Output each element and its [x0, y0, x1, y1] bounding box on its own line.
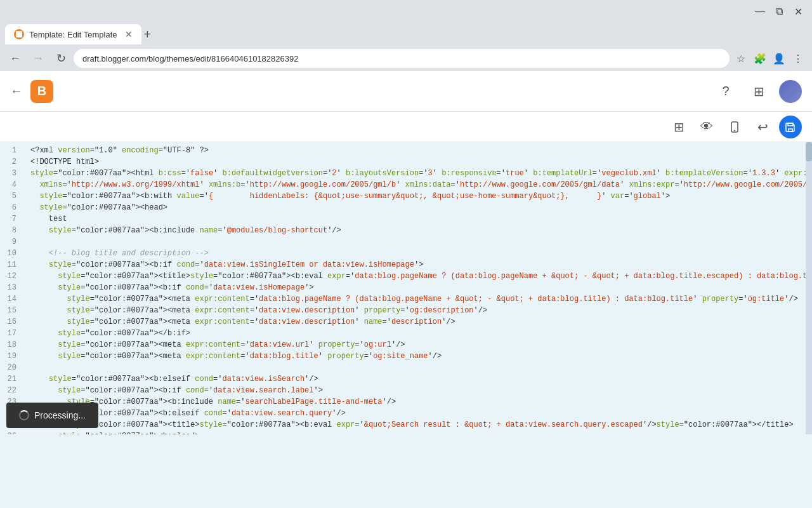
- nav-actions: ☆ 🧩 👤 ⋮: [732, 50, 807, 67]
- code-line: style="color:#0077aa"><meta expr:content…: [30, 293, 812, 305]
- line-number: 2: [6, 156, 24, 168]
- code-line: style="color:#0077aa"><b:with value='{ h…: [30, 190, 812, 202]
- mobile-preview-button[interactable]: [723, 116, 746, 138]
- line-number: 6: [6, 202, 24, 213]
- line-number: 13: [6, 282, 24, 293]
- line-number: 20: [6, 362, 24, 373]
- address-bar[interactable]: draft.blogger.com/blog/themes/edit/81664…: [74, 49, 730, 68]
- browser-window: — ⧉ ✕ Template: Edit Template ✕ + ← → ↻ …: [0, 0, 812, 71]
- line-number: 12: [6, 271, 24, 282]
- code-line: style="color:#0077aa"></b:if>: [30, 328, 812, 339]
- blogger-logo-text: B: [37, 84, 46, 98]
- processing-toast: Processing...: [6, 403, 98, 428]
- blogger-app: ← B ? ⊞ ⊞ 👁 ↩: [0, 71, 812, 434]
- code-line: style="color:#0077aa"><meta expr:content…: [30, 305, 812, 316]
- back-button[interactable]: ←: [5, 48, 25, 69]
- tab-close-button[interactable]: ✕: [125, 29, 133, 39]
- profile-button[interactable]: 👤: [770, 50, 788, 67]
- code-line: style="color:#0077aa"><meta expr:content…: [30, 351, 812, 362]
- extensions-button[interactable]: 🧩: [751, 50, 769, 67]
- editor-toolbar: ⊞ 👁 ↩: [0, 112, 812, 142]
- grid-view-button[interactable]: ⊞: [667, 116, 690, 138]
- code-line: style="color:#0077aa"><b:else/>: [30, 431, 812, 434]
- line-number: 26: [6, 431, 24, 434]
- code-line: style="color:#0077aa"><b:if cond='data:v…: [30, 385, 812, 396]
- nav-bar: ← → ↻ draft.blogger.com/blog/themes/edit…: [0, 46, 812, 71]
- vertical-scrollbar[interactable]: [806, 142, 812, 434]
- tab-favicon-inner: [16, 31, 22, 37]
- tab-bar: Template: Edit Template ✕ +: [0, 23, 812, 46]
- menu-button[interactable]: ⋮: [789, 50, 807, 67]
- code-content-column[interactable]: <?xml version="1.0" encoding="UTF-8" ?><…: [30, 145, 812, 432]
- line-number: 5: [6, 190, 24, 202]
- scrollbar-thumb[interactable]: [806, 142, 812, 161]
- line-number: 9: [6, 236, 24, 248]
- user-avatar[interactable]: [779, 80, 802, 103]
- line-number: 7: [6, 213, 24, 225]
- code-line: style="color:#0077aa"><head>: [30, 202, 812, 213]
- processing-label: Processing...: [34, 410, 86, 420]
- editor-wrapper: 1234567891011121314151617181920212223242…: [0, 142, 812, 434]
- new-tab-button[interactable]: +: [144, 27, 152, 42]
- code-line: style="color:#0077aa"><b:include name='@…: [30, 225, 812, 236]
- code-line: style="color:#0077aa"><b:if cond='data:v…: [30, 282, 812, 293]
- line-number: 10: [6, 248, 24, 259]
- line-number: 19: [6, 351, 24, 362]
- line-number: 1: [6, 145, 24, 156]
- svg-point-1: [734, 130, 735, 131]
- code-line: style="color:#0077aa"><b:elseif cond='da…: [30, 373, 812, 385]
- code-line: xmlns='http://www.w3.org/1999/xhtml' xml…: [30, 179, 812, 190]
- svg-rect-3: [788, 123, 793, 126]
- tab-title: Template: Edit Template: [29, 30, 117, 39]
- code-line: style="color:#0077aa"><b:if cond='data:v…: [30, 259, 812, 271]
- line-number: 16: [6, 316, 24, 328]
- restore-button[interactable]: ⧉: [770, 3, 788, 20]
- line-number: 4: [6, 179, 24, 190]
- blogger-back-button[interactable]: ←: [10, 84, 23, 98]
- close-button[interactable]: ✕: [789, 3, 807, 20]
- save-button[interactable]: [779, 116, 802, 138]
- code-line: style="color:#0077aa"><title>style="colo…: [30, 419, 812, 431]
- blogger-header: ← B ? ⊞: [0, 71, 812, 112]
- line-number: 8: [6, 225, 24, 236]
- line-number: 21: [6, 373, 24, 385]
- code-line: style="color:#0077aa"><title>style="colo…: [30, 271, 812, 282]
- code-line: test: [30, 213, 812, 225]
- line-number: 14: [6, 293, 24, 305]
- header-actions: ? ⊞: [713, 79, 802, 104]
- tab-favicon: [14, 29, 24, 39]
- forward-button[interactable]: →: [28, 48, 48, 69]
- code-line: <?xml version="1.0" encoding="UTF-8" ?>: [30, 145, 812, 156]
- apps-button[interactable]: ⊞: [746, 79, 771, 104]
- line-number: 17: [6, 328, 24, 339]
- refresh-button[interactable]: ↻: [51, 48, 71, 69]
- code-line: [30, 236, 812, 248]
- line-number: 11: [6, 259, 24, 271]
- bookmark-button[interactable]: ☆: [732, 50, 750, 67]
- code-line: style="color:#0077aa"><b:elseif cond='da…: [30, 408, 812, 419]
- line-number: 15: [6, 305, 24, 316]
- line-number: 18: [6, 339, 24, 351]
- code-line: style="color:#0077aa"><meta expr:content…: [30, 339, 812, 351]
- title-bar: — ⧉ ✕: [0, 0, 812, 23]
- code-editor-area[interactable]: 1234567891011121314151617181920212223242…: [0, 142, 812, 434]
- code-line: style="color:#0077aa"><b:include name='s…: [30, 396, 812, 408]
- svg-rect-2: [789, 129, 792, 131]
- help-button[interactable]: ?: [713, 79, 738, 104]
- minimize-button[interactable]: —: [751, 3, 769, 20]
- code-line: <!DOCTYPE html>: [30, 156, 812, 168]
- code-line: <!-- blog title and description -->: [30, 248, 812, 259]
- code-line: [30, 362, 812, 373]
- line-number: 3: [6, 168, 24, 179]
- url-text: draft.blogger.com/blog/themes/edit/81664…: [82, 54, 298, 64]
- code-line: style="color:#0077aa"><meta expr:content…: [30, 316, 812, 328]
- line-numbers-column: 1234567891011121314151617181920212223242…: [0, 145, 30, 432]
- preview-button[interactable]: 👁: [695, 116, 718, 138]
- code-line: style="color:#0077aa"><html b:css='false…: [30, 168, 812, 179]
- line-number: 22: [6, 385, 24, 396]
- undo-button[interactable]: ↩: [751, 116, 774, 138]
- window-controls: — ⧉ ✕: [751, 3, 807, 20]
- active-tab[interactable]: Template: Edit Template ✕: [5, 24, 141, 44]
- loading-spinner: [19, 410, 29, 420]
- blogger-logo: B: [30, 80, 53, 103]
